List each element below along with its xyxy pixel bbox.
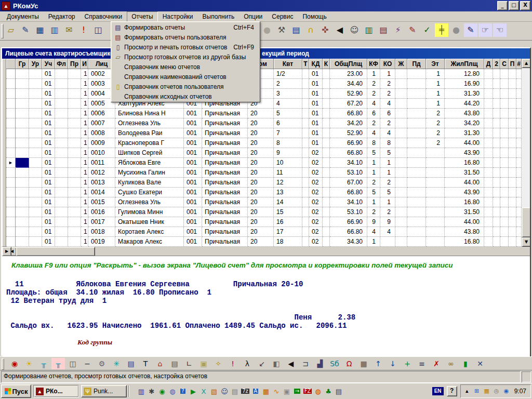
cell-i[interactable]: 1: [81, 79, 88, 89]
cell-t[interactable]: [302, 69, 309, 79]
cell-zhil[interactable]: 43.80: [445, 109, 484, 118]
cell-t[interactable]: [302, 237, 309, 247]
cell-dom[interactable]: 20: [248, 158, 274, 168]
cell-ko[interactable]: 2: [380, 207, 395, 217]
cell-et[interactable]: 1: [426, 69, 445, 79]
cell-ur[interactable]: [29, 227, 42, 237]
language-indicator[interactable]: EN: [432, 387, 444, 395]
cell-pd[interactable]: [407, 178, 426, 188]
cell-fl[interactable]: [55, 237, 68, 247]
door-button[interactable]: ◫: [66, 358, 79, 369]
cell-et[interactable]: [426, 148, 445, 158]
cell-fl[interactable]: [55, 109, 68, 118]
cell-street[interactable]: Причальная: [202, 128, 248, 138]
cell-d[interactable]: [484, 217, 493, 227]
cell-kf[interactable]: 8: [367, 138, 380, 148]
cell-s[interactable]: [500, 207, 509, 217]
cell-kvt[interactable]: 2: [274, 79, 302, 89]
cell-x[interactable]: [516, 188, 522, 197]
cell-uch[interactable]: 01: [42, 217, 55, 227]
runner-button[interactable]: λ: [241, 358, 254, 369]
cell-lic[interactable]: 0011: [88, 158, 115, 168]
cell-gr[interactable]: [16, 138, 29, 148]
menu-item-4[interactable]: Отчеты: [127, 11, 157, 22]
cell-fl[interactable]: [55, 188, 68, 197]
corner-button[interactable]: ∟: [182, 358, 196, 369]
hammer-button[interactable]: ⚒: [275, 23, 288, 37]
cell-ur[interactable]: [29, 138, 42, 148]
cell-zhil[interactable]: 31.50: [445, 207, 484, 217]
ruler-button[interactable]: ╪: [435, 23, 448, 37]
cell-i[interactable]: 1: [81, 128, 88, 138]
cell-gr[interactable]: [16, 158, 29, 168]
cell-i[interactable]: 1: [81, 99, 88, 109]
cell-lic[interactable]: 0014: [88, 188, 115, 197]
cell-uch[interactable]: 01: [42, 197, 55, 207]
cell-obsh[interactable]: 53.10: [330, 168, 367, 178]
cell-pd[interactable]: [407, 207, 426, 217]
cell-gr[interactable]: [16, 128, 29, 138]
cell-et[interactable]: [426, 227, 445, 237]
cell-pd[interactable]: [407, 99, 426, 109]
cell-kvt[interactable]: 6: [274, 118, 302, 128]
cell-obsh[interactable]: 34.10: [330, 158, 367, 168]
cell-x[interactable]: [516, 128, 522, 138]
cell-code[interactable]: 001: [184, 207, 202, 217]
cell-pd[interactable]: [407, 158, 426, 168]
network-icon[interactable]: ◉: [502, 387, 511, 395]
flash-form-button[interactable]: ⚡: [391, 23, 405, 37]
cell-fl[interactable]: [55, 99, 68, 109]
traffic-light-button[interactable]: ◉: [8, 358, 21, 369]
cell-ko[interactable]: 1: [380, 69, 395, 79]
cell-uch[interactable]: 01: [42, 168, 55, 178]
cell-x[interactable]: [516, 118, 522, 128]
cell-k[interactable]: [323, 99, 330, 109]
col-header-zh[interactable]: Ж: [395, 59, 407, 69]
cell-s[interactable]: [500, 158, 509, 168]
cell-ur[interactable]: [29, 237, 42, 247]
cell-k[interactable]: [323, 188, 330, 197]
cell-ur[interactable]: [29, 69, 42, 79]
notes-button[interactable]: ▤: [230, 385, 240, 397]
cell-fl[interactable]: [55, 69, 68, 79]
cell-code[interactable]: 001: [184, 148, 202, 158]
cell-zh[interactable]: [395, 89, 407, 99]
cell-dom[interactable]: 20: [248, 197, 274, 207]
cell-pr[interactable]: [68, 227, 81, 237]
cell-ur[interactable]: [29, 118, 42, 128]
cell-kf[interactable]: 4: [367, 128, 380, 138]
cell-obsh[interactable]: 34.30: [330, 237, 367, 247]
bucket-button[interactable]: ◧: [270, 358, 283, 369]
cell-n2[interactable]: [493, 118, 500, 128]
cell-street[interactable]: Причальная: [202, 118, 248, 128]
cell-x[interactable]: [516, 79, 522, 89]
cell-pd[interactable]: [407, 69, 426, 79]
cell-kd[interactable]: 02: [309, 197, 323, 207]
cell-dom[interactable]: 20: [248, 227, 274, 237]
cell-fl[interactable]: [55, 168, 68, 178]
cell-s[interactable]: [500, 178, 509, 188]
cell-d[interactable]: [484, 69, 493, 79]
notepad-button[interactable]: ▤: [334, 385, 344, 397]
cell-lic[interactable]: 0015: [88, 197, 115, 207]
arrow-up-button[interactable]: ↑: [371, 358, 385, 369]
blank-button[interactable]: ●: [260, 23, 274, 37]
cell-lic[interactable]: 0009: [88, 138, 115, 148]
cell-zhil[interactable]: 44.00: [445, 138, 484, 148]
col-header-ko[interactable]: КО: [380, 59, 395, 69]
cell-p[interactable]: [509, 217, 516, 227]
cell-kvt[interactable]: 8: [274, 138, 302, 148]
faucet-1-button[interactable]: ╥: [37, 358, 50, 369]
play-button[interactable]: ▶: [188, 385, 198, 397]
cell-kf[interactable]: 4: [367, 227, 380, 237]
cell-lic[interactable]: 0016: [88, 207, 115, 217]
cell-t[interactable]: [302, 138, 309, 148]
cell-t[interactable]: [302, 207, 309, 217]
cell-code[interactable]: 001: [184, 118, 202, 128]
cell-zh[interactable]: [395, 207, 407, 217]
cell-p[interactable]: [509, 138, 516, 148]
cell-x[interactable]: [516, 197, 522, 207]
cell-n2[interactable]: [493, 89, 500, 99]
cell-ur[interactable]: [29, 178, 42, 188]
row-selector[interactable]: [6, 217, 16, 227]
